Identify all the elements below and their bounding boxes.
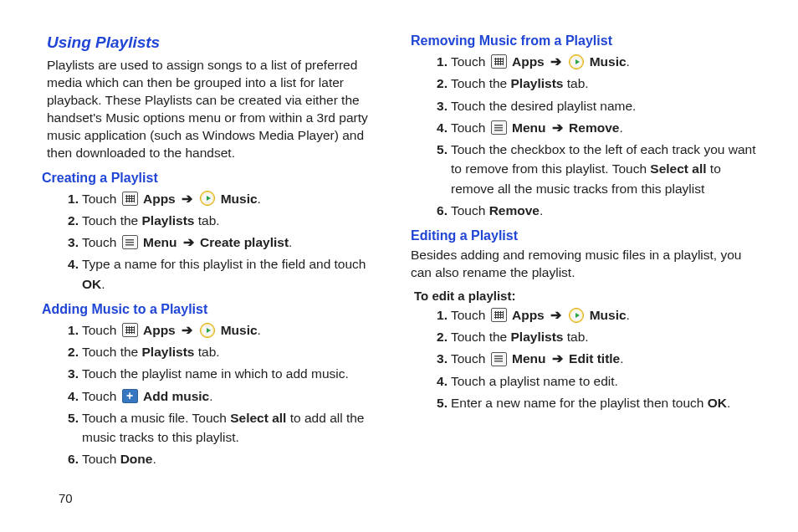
playlists-label: Playlists	[511, 76, 564, 90]
playlists-label: Playlists	[142, 213, 195, 228]
step: Touch Menu ➔ Create playlist.	[64, 233, 387, 252]
creating-playlist-heading: Creating a Playlist	[42, 171, 387, 186]
arrow-icon: ➔	[550, 54, 561, 69]
apps-label: Apps	[143, 192, 176, 206]
manual-page: Using Playlists Playlists are used to as…	[0, 0, 798, 532]
arrow-icon: ➔	[182, 323, 192, 337]
step-text: Touch	[451, 308, 489, 322]
remove-label: Remove	[489, 203, 540, 217]
step: Touch the playlist name in which to add …	[64, 364, 387, 383]
select-all-label: Select all	[230, 411, 286, 425]
arrow-icon: ➔	[182, 192, 192, 206]
step: Touch the checkbox to the left of each t…	[432, 140, 756, 198]
step-text: Touch a music file. Touch	[82, 411, 230, 425]
create-playlist-label: Create playlist	[200, 235, 289, 249]
step-text: tab.	[194, 345, 219, 359]
done-label: Done	[120, 452, 153, 466]
period: .	[620, 351, 623, 366]
step-text: Touch	[451, 351, 489, 366]
step-text: Touch	[451, 54, 489, 69]
step: Enter a new name for the playlist then t…	[432, 393, 756, 412]
select-all-label: Select all	[650, 161, 706, 176]
step: Type a name for this playlist in the fie…	[64, 254, 387, 294]
menu-label: Menu	[143, 235, 176, 249]
step-text: Touch the	[451, 330, 511, 344]
apps-label: Apps	[143, 323, 176, 337]
step: Touch the Playlists tab.	[64, 342, 387, 361]
step: Touch Apps ➔ Music.	[64, 320, 387, 340]
music-icon	[569, 308, 584, 323]
step-text: tab.	[563, 330, 588, 344]
step: Touch Menu ➔ Remove.	[432, 118, 756, 137]
music-label: Music	[221, 192, 258, 206]
music-icon	[200, 323, 215, 338]
apps-icon	[122, 192, 138, 206]
music-icon	[569, 54, 584, 69]
arrow-icon: ➔	[552, 120, 563, 135]
menu-icon	[491, 120, 507, 135]
adding-music-heading: Adding Music to a Playlist	[42, 302, 387, 317]
arrow-icon: ➔	[183, 235, 194, 249]
menu-label: Menu	[512, 351, 545, 366]
menu-icon	[122, 235, 138, 249]
using-playlists-intro: Playlists are used to assign songs to a …	[42, 57, 387, 162]
step-text: Touch the	[451, 76, 511, 90]
left-column: Using Playlists Playlists are used to as…	[42, 33, 387, 472]
step-text: Touch	[451, 203, 489, 217]
edit-title-label: Edit title	[569, 351, 620, 366]
menu-icon	[491, 352, 507, 366]
removing-music-steps: Touch Apps ➔ Music. Touch the Playlists …	[411, 52, 756, 220]
period: .	[152, 452, 156, 466]
period: .	[101, 277, 105, 291]
step: Touch Remove.	[432, 201, 756, 220]
apps-icon	[491, 308, 507, 322]
step-text: Enter a new name for the playlist then t…	[451, 396, 708, 410]
step: Touch a playlist name to edit.	[432, 371, 756, 391]
ok-label: OK	[708, 396, 727, 410]
two-column-layout: Using Playlists Playlists are used to as…	[0, 0, 798, 472]
period: .	[727, 396, 730, 410]
creating-playlist-steps: Touch Apps ➔ Music. Touch the Playlists …	[42, 189, 387, 294]
period: .	[627, 54, 630, 69]
editing-intro: Besides adding and removing music files …	[411, 247, 756, 282]
step-text: Touch	[82, 235, 120, 249]
to-edit-lead: To edit a playlist:	[414, 289, 756, 303]
step: Touch Apps ➔ Music.	[432, 52, 756, 71]
playlists-label: Playlists	[142, 345, 195, 359]
step-text: Touch	[82, 323, 120, 337]
step: Touch Menu ➔ Edit title.	[432, 349, 756, 368]
step: Touch a music file. Touch Select all to …	[64, 408, 387, 448]
editing-playlist-heading: Editing a Playlist	[411, 228, 756, 243]
arrow-icon: ➔	[552, 351, 563, 366]
using-playlists-heading: Using Playlists	[42, 33, 387, 52]
step-text: Touch	[451, 120, 489, 135]
menu-label: Menu	[512, 120, 545, 135]
step-text: Touch the	[82, 213, 142, 228]
step-text: tab.	[194, 213, 219, 228]
apps-label: Apps	[512, 308, 545, 322]
arrow-icon: ➔	[550, 308, 561, 322]
ok-label: OK	[82, 277, 101, 291]
apps-label: Apps	[512, 54, 545, 69]
step: Touch Apps ➔ Music.	[432, 305, 756, 325]
removing-music-heading: Removing Music from a Playlist	[411, 33, 756, 49]
page-number: 70	[59, 491, 73, 505]
remove-label: Remove	[569, 120, 619, 135]
step-text: Type a name for this playlist in the fie…	[82, 257, 366, 271]
period: .	[540, 203, 543, 217]
step-text: tab.	[563, 76, 588, 90]
period: .	[627, 308, 630, 322]
step-text: Touch	[82, 452, 120, 466]
right-column: Removing Music from a Playlist Touch App…	[411, 33, 756, 472]
step: Touch Done.	[64, 449, 387, 468]
period: .	[258, 323, 261, 337]
step: Touch Add music.	[64, 386, 387, 406]
step: Touch Apps ➔ Music.	[64, 189, 387, 208]
period: .	[209, 389, 212, 403]
add-music-label: Add music	[143, 389, 209, 403]
step: Touch the Playlists tab.	[432, 327, 756, 346]
plus-icon	[122, 389, 138, 403]
playlists-label: Playlists	[511, 330, 564, 344]
step-text: Touch	[82, 389, 120, 403]
music-label: Music	[221, 323, 258, 337]
